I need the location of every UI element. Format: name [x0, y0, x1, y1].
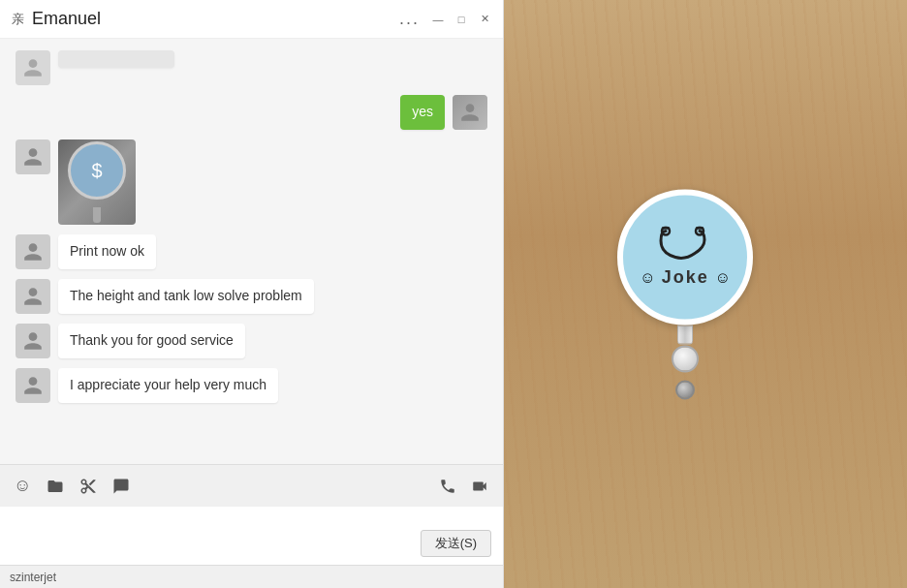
toolbar-right — [439, 478, 489, 495]
bubble: I appreciate your help very much — [58, 368, 278, 403]
bubble: Thank you for good service — [58, 324, 245, 358]
table-row: The height and tank low solve problem — [16, 279, 487, 314]
avatar — [16, 279, 50, 314]
table-row: $ — [16, 139, 487, 225]
maximize-button[interactable]: □ — [454, 13, 468, 26]
table-row: Print now ok — [16, 234, 487, 269]
avatar — [453, 95, 487, 130]
title-bar-left: 亲 Emanuel — [12, 9, 101, 29]
bubble: yes — [400, 95, 445, 130]
badge-clip — [675, 380, 695, 399]
chat-panel: 亲 Emanuel ... — □ ✕ — [0, 0, 504, 588]
title-bar: 亲 Emanuel ... — □ ✕ — [0, 0, 503, 39]
avatar — [16, 324, 50, 358]
video-icon[interactable] — [470, 478, 489, 495]
badge-connector — [677, 325, 693, 344]
badge-reel — [672, 345, 699, 372]
chat-toolbar: ☺ — [0, 464, 503, 507]
bubble: The height and tank low solve problem — [58, 279, 314, 314]
photo-panel: ☺ Joke ☺ — [504, 0, 907, 588]
avatar — [16, 139, 50, 174]
window-controls: — □ ✕ — [431, 13, 491, 26]
contact-name: Emanuel — [32, 9, 101, 29]
table-row: I appreciate your help very much — [16, 368, 487, 403]
badge-image: ☺ Joke ☺ — [617, 189, 753, 399]
stethoscope-icon — [651, 227, 719, 265]
status-bar: szinterjet — [0, 565, 503, 588]
phone-icon[interactable] — [439, 478, 456, 495]
table-row — [16, 50, 487, 85]
avatar — [16, 50, 50, 85]
avatar — [16, 234, 50, 269]
username-label: szinterjet — [10, 571, 56, 584]
badge-circle: ☺ Joke ☺ — [617, 189, 753, 325]
folder-icon[interactable] — [47, 478, 64, 495]
table-row: Thank you for good service — [16, 324, 487, 358]
messages-area: yes $ Print now ok — [0, 39, 503, 464]
chat-input-area: 发送(S) — [0, 507, 503, 565]
chat-bubble-icon[interactable] — [112, 478, 130, 495]
bubble: Print now ok — [58, 234, 156, 269]
badge-text-row: ☺ Joke ☺ — [640, 267, 731, 288]
emoji-icon[interactable]: ☺ — [14, 476, 31, 496]
avatar — [16, 368, 50, 403]
badge-connector-assembly — [617, 325, 753, 399]
more-menu-icon[interactable]: ... — [399, 9, 420, 29]
image-bubble[interactable]: $ — [58, 139, 136, 225]
table-row: yes — [16, 95, 487, 130]
send-button[interactable]: 发送(S) — [421, 530, 491, 557]
close-button[interactable]: ✕ — [478, 13, 491, 26]
bubble — [58, 50, 174, 68]
minimize-button[interactable]: — — [431, 13, 445, 26]
badge-name: Joke — [662, 267, 709, 288]
chinese-char: 亲 — [12, 11, 24, 28]
scissors-icon[interactable] — [79, 478, 97, 495]
